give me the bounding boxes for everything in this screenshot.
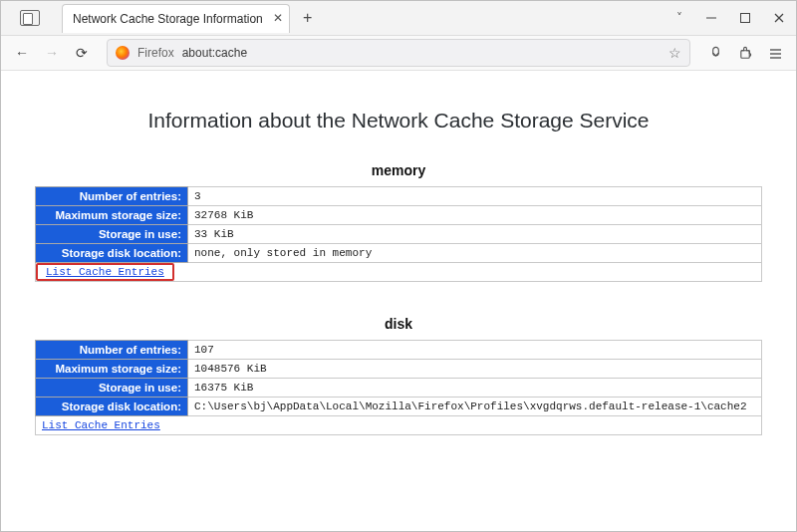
cache-table: Number of entries:3Maximum storage size:… <box>35 186 762 282</box>
new-tab-button[interactable]: + <box>296 6 320 30</box>
forward-button[interactable]: → <box>39 40 65 66</box>
table-row: Maximum storage size:1048576 KiB <box>36 360 762 379</box>
window-controls <box>694 2 796 34</box>
row-value: 3 <box>188 187 762 206</box>
save-to-pocket-icon[interactable] <box>702 40 728 66</box>
table-row: Storage in use:33 KiB <box>36 225 762 244</box>
close-window-button[interactable] <box>762 2 796 34</box>
table-row: Number of entries:3 <box>36 187 762 206</box>
table-row: List Cache Entries <box>36 263 762 282</box>
row-value: 16375 KiB <box>188 379 762 398</box>
list-link-cell: List Cache Entries <box>36 263 762 282</box>
row-value: none, only stored in memory <box>188 244 762 263</box>
row-label: Number of entries: <box>36 341 188 360</box>
row-label: Storage disk location: <box>36 398 188 416</box>
svg-rect-4 <box>740 50 748 58</box>
row-label: Storage in use: <box>36 379 188 398</box>
back-button[interactable]: ← <box>9 40 35 66</box>
browser-window: Network Cache Storage Information ✕ + ˅ … <box>0 0 797 532</box>
firefox-icon <box>116 46 130 60</box>
recent-window-icon[interactable] <box>20 10 40 26</box>
table-row: Maximum storage size:32768 KiB <box>36 206 762 225</box>
highlight-box: List Cache Entries <box>36 263 174 281</box>
page-content: Information about the Network Cache Stor… <box>1 71 796 531</box>
url-identity-label: Firefox <box>137 46 174 60</box>
row-value: 1048576 KiB <box>188 360 762 379</box>
row-label: Number of entries: <box>36 187 188 206</box>
cache-table: Number of entries:107Maximum storage siz… <box>35 340 762 435</box>
tabs-dropdown-icon[interactable]: ˅ <box>664 11 694 25</box>
row-label: Maximum storage size: <box>36 360 188 379</box>
extensions-icon[interactable] <box>732 40 758 66</box>
table-row: Storage disk location:C:\Users\bj\AppDat… <box>36 398 762 416</box>
navigation-toolbar: ← → ⟳ Firefox about:cache ☆ <box>1 36 796 71</box>
table-row: Number of entries:107 <box>36 341 762 360</box>
list-link-cell: List Cache Entries <box>36 416 762 435</box>
row-value: 107 <box>188 341 762 360</box>
app-menu-icon[interactable] <box>762 40 788 66</box>
browser-tab[interactable]: Network Cache Storage Information ✕ <box>62 4 290 33</box>
section-heading: memory <box>35 162 762 178</box>
title-bar: Network Cache Storage Information ✕ + ˅ <box>1 1 796 36</box>
table-row: Storage disk location:none, only stored … <box>36 244 762 263</box>
bookmark-star-icon[interactable]: ☆ <box>668 45 681 61</box>
row-value: 33 KiB <box>188 225 762 244</box>
tab-title: Network Cache Storage Information <box>73 12 263 26</box>
minimize-button[interactable] <box>694 2 728 34</box>
list-cache-entries-link[interactable]: List Cache Entries <box>36 416 166 434</box>
app-icon-slot <box>1 10 59 26</box>
row-value: 32768 KiB <box>188 206 762 225</box>
section-heading: disk <box>35 316 762 332</box>
url-text: about:cache <box>182 46 247 60</box>
row-label: Storage in use: <box>36 225 188 244</box>
page-title: Information about the Network Cache Stor… <box>35 109 762 133</box>
table-row: List Cache Entries <box>36 416 762 435</box>
row-label: Maximum storage size: <box>36 206 188 225</box>
table-row: Storage in use:16375 KiB <box>36 379 762 398</box>
row-label: Storage disk location: <box>36 244 188 263</box>
list-cache-entries-link[interactable]: List Cache Entries <box>40 263 170 281</box>
svg-rect-1 <box>741 14 750 23</box>
address-bar[interactable]: Firefox about:cache ☆ <box>107 39 690 67</box>
close-tab-icon[interactable]: ✕ <box>273 11 283 25</box>
row-value: C:\Users\bj\AppData\Local\Mozilla\Firefo… <box>188 398 762 416</box>
reload-button[interactable]: ⟳ <box>69 40 95 66</box>
maximize-button[interactable] <box>728 2 762 34</box>
